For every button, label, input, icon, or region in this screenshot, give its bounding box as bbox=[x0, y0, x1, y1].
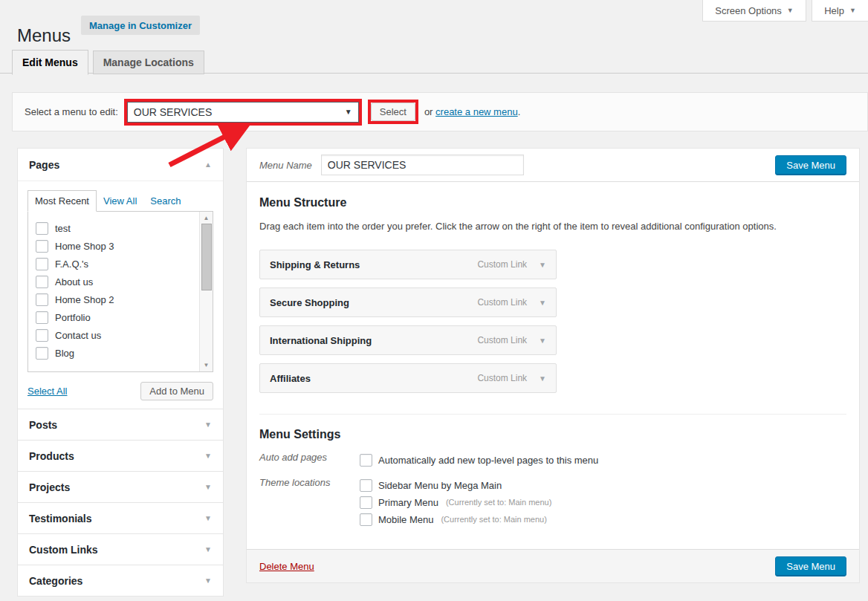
checkbox-icon[interactable] bbox=[36, 329, 48, 342]
scroll-up-icon[interactable]: ▲ bbox=[200, 215, 213, 221]
page-checklist-item[interactable]: Blog bbox=[36, 344, 195, 362]
checkbox-icon[interactable] bbox=[36, 258, 48, 270]
chevron-down-icon[interactable]: ▼ bbox=[539, 261, 546, 269]
tab-manage-locations[interactable]: Manage Locations bbox=[93, 51, 204, 74]
tab-search[interactable]: Search bbox=[143, 191, 187, 211]
checkbox-icon[interactable] bbox=[360, 496, 372, 509]
sidebar-accordion-row[interactable]: Posts ▼ bbox=[17, 409, 224, 441]
menu-structure-item[interactable]: Secure Shopping Custom Link ▼ bbox=[259, 287, 557, 317]
theme-location-label: Sidebar Menu by Mega Main bbox=[378, 480, 502, 491]
sidebar-accordion-row[interactable]: Categories ▼ bbox=[17, 565, 224, 597]
chevron-down-icon[interactable]: ▼ bbox=[539, 374, 546, 383]
menu-select-dropdown[interactable]: OUR SERVICES ▼ bbox=[127, 102, 359, 123]
pages-panel-body: Most Recent View All Search ▲ ▼ test Hom… bbox=[18, 181, 223, 411]
menu-item-type: Custom Link bbox=[477, 335, 527, 345]
checkbox-icon[interactable] bbox=[36, 222, 48, 235]
save-menu-button-top[interactable]: Save Menu bbox=[775, 155, 846, 175]
page-checklist-item[interactable]: test bbox=[36, 219, 195, 237]
select-all-link[interactable]: Select All bbox=[27, 386, 67, 397]
menu-item-type: Custom Link bbox=[477, 373, 527, 383]
checkbox-icon[interactable] bbox=[360, 454, 372, 467]
page-item-label: test bbox=[55, 223, 71, 234]
menu-settings-heading: Menu Settings bbox=[259, 428, 846, 441]
scroll-down-icon[interactable]: ▼ bbox=[200, 362, 213, 368]
tab-edit-menus[interactable]: Edit Menus bbox=[12, 50, 88, 75]
checkbox-icon[interactable] bbox=[36, 347, 48, 360]
checkbox-icon[interactable] bbox=[36, 293, 48, 306]
tab-view-all[interactable]: View All bbox=[97, 191, 143, 211]
menu-name-input[interactable] bbox=[321, 155, 524, 175]
select-menu-button[interactable]: Select bbox=[371, 103, 415, 121]
sidebar-accordions: Posts ▼ Products ▼ Projects ▼ Testimonia… bbox=[17, 409, 224, 597]
page-item-label: Blog bbox=[55, 348, 74, 359]
pages-panel-header[interactable]: Pages ▲ bbox=[18, 149, 223, 181]
theme-location-option[interactable]: Sidebar Menu by Mega Main bbox=[360, 477, 551, 493]
manage-in-customizer-button[interactable]: Manage in Customizer bbox=[81, 16, 200, 35]
period-text: . bbox=[518, 106, 521, 117]
accordion-label: Products bbox=[29, 450, 74, 462]
settings-divider bbox=[259, 414, 846, 415]
menu-name-label: Menu Name bbox=[259, 160, 312, 171]
chevron-down-icon: ▼ bbox=[204, 483, 212, 491]
accordion-label: Projects bbox=[29, 481, 70, 493]
theme-location-note: (Currently set to: Main menu) bbox=[441, 515, 546, 524]
menu-item-type: Custom Link bbox=[477, 259, 527, 270]
checkbox-icon[interactable] bbox=[36, 240, 48, 253]
page-item-label: Home Shop 3 bbox=[55, 241, 114, 252]
checkbox-icon[interactable] bbox=[36, 311, 48, 324]
page-checklist-item[interactable]: F.A.Q.'s bbox=[36, 255, 195, 273]
theme-location-label: Primary Menu bbox=[378, 497, 438, 508]
page-item-label: Contact us bbox=[55, 330, 101, 341]
sidebar-accordion-row[interactable]: Custom Links ▼ bbox=[17, 533, 224, 565]
create-new-menu-link[interactable]: create a new menu bbox=[435, 106, 518, 117]
pages-panel-title: Pages bbox=[29, 159, 59, 171]
theme-location-option[interactable]: Mobile Menu (Currently set to: Main menu… bbox=[360, 511, 551, 527]
save-menu-button-bottom[interactable]: Save Menu bbox=[775, 556, 846, 576]
theme-location-option[interactable]: Primary Menu (Currently set to: Main men… bbox=[360, 494, 551, 510]
checkbox-icon[interactable] bbox=[36, 276, 48, 288]
page-item-label: About us bbox=[55, 276, 93, 287]
menu-select-value: OUR SERVICES bbox=[134, 106, 213, 118]
checkbox-icon[interactable] bbox=[360, 479, 372, 492]
scrollbar[interactable]: ▲ ▼ bbox=[199, 212, 213, 371]
menu-item-label: International Shipping bbox=[270, 335, 477, 346]
theme-location-label: Mobile Menu bbox=[378, 514, 433, 525]
page-checklist-item[interactable]: Contact us bbox=[36, 326, 195, 344]
screen-options-button[interactable]: Screen Options ▼ bbox=[702, 0, 806, 22]
menu-item-label: Affiliates bbox=[270, 373, 477, 384]
menu-structure-item[interactable]: Shipping & Returns Custom Link ▼ bbox=[259, 250, 557, 279]
page-checklist-item[interactable]: Home Shop 2 bbox=[36, 290, 195, 308]
chevron-down-icon[interactable]: ▼ bbox=[539, 299, 546, 307]
auto-add-pages-option[interactable]: Automatically add new top-level pages to… bbox=[360, 452, 598, 468]
theme-locations-label: Theme locations bbox=[259, 477, 360, 528]
tab-most-recent[interactable]: Most Recent bbox=[27, 190, 97, 212]
sidebar-accordion-row[interactable]: Projects ▼ bbox=[17, 471, 224, 503]
chevron-down-icon[interactable]: ▼ bbox=[539, 337, 546, 345]
menu-structure-item[interactable]: International Shipping Custom Link ▼ bbox=[259, 325, 557, 355]
menu-item-type: Custom Link bbox=[477, 297, 527, 308]
menu-settings: Menu Settings Auto add pages Automatical… bbox=[259, 428, 846, 528]
page-title: Menus bbox=[17, 25, 71, 46]
auto-add-pages-option-label: Automatically add new top-level pages to… bbox=[378, 455, 598, 466]
page-checklist-item[interactable]: Home Shop 3 bbox=[36, 237, 195, 255]
delete-menu-link[interactable]: Delete Menu bbox=[259, 561, 314, 572]
page-checklist-item[interactable]: Portfolio bbox=[36, 308, 195, 326]
chevron-down-icon: ▼ bbox=[204, 545, 212, 553]
scrollbar-thumb[interactable] bbox=[201, 224, 212, 290]
screen-options-label: Screen Options bbox=[715, 5, 782, 16]
sidebar-accordion-row[interactable]: Testimonials ▼ bbox=[17, 502, 224, 534]
menu-structure-description: Drag each item into the order you prefer… bbox=[259, 221, 846, 232]
help-button[interactable]: Help ▼ bbox=[812, 0, 868, 22]
annotation-button-highlight: Select bbox=[368, 100, 418, 124]
checkbox-icon[interactable] bbox=[360, 513, 372, 526]
accordion-label: Categories bbox=[29, 575, 82, 587]
page-item-label: Home Shop 2 bbox=[55, 294, 114, 305]
chevron-down-icon: ▼ bbox=[787, 7, 794, 14]
page-item-label: F.A.Q.'s bbox=[55, 259, 88, 270]
add-to-menu-button[interactable]: Add to Menu bbox=[140, 382, 213, 400]
chevron-up-icon: ▲ bbox=[204, 160, 212, 169]
sidebar-accordion-row[interactable]: Products ▼ bbox=[17, 440, 224, 472]
page-checklist-item[interactable]: About us bbox=[36, 273, 195, 290]
menu-structure-item[interactable]: Affiliates Custom Link ▼ bbox=[259, 363, 557, 393]
wordpress-menus-page: { "colors":{"accent_blue":"#0085ba","lin… bbox=[0, 0, 868, 601]
